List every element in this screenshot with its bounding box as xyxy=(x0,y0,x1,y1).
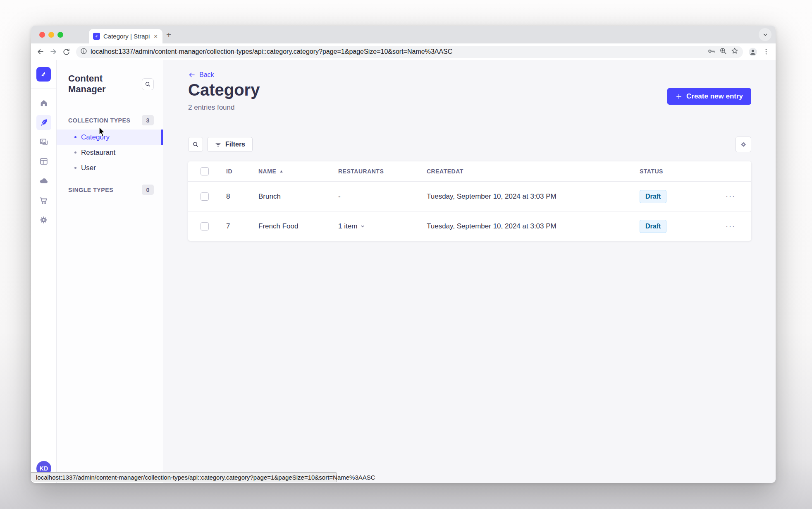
back-arrow-icon[interactable] xyxy=(36,47,45,56)
toolbar-right-cluster xyxy=(748,47,771,56)
browser-toolbar: localhost:1337/admin/content-manager/col… xyxy=(31,43,776,60)
new-tab-button[interactable]: + xyxy=(166,30,171,39)
browser-tab[interactable]: Category | Strapi × xyxy=(89,29,162,43)
cell-name: French Food xyxy=(258,222,338,230)
forward-arrow-icon[interactable] xyxy=(49,47,58,56)
create-new-entry-button[interactable]: Create new entry xyxy=(667,88,751,105)
filter-icon xyxy=(215,141,222,148)
close-window-button[interactable] xyxy=(39,32,45,38)
settings-gear-icon[interactable] xyxy=(36,212,51,227)
cell-id: 8 xyxy=(218,192,258,201)
entries-table: ID NAME RESTAURANTS CREATEDAT STATUS 8 xyxy=(188,161,751,241)
search-icon xyxy=(145,81,151,87)
cell-restaurants[interactable]: 1 item xyxy=(338,222,427,230)
row-actions-button[interactable]: ··· xyxy=(710,192,751,201)
status-badge: Draft xyxy=(640,220,666,233)
row-checkbox[interactable] xyxy=(201,222,209,230)
desktop: Category | Strapi × + local xyxy=(0,0,812,509)
password-key-icon[interactable] xyxy=(707,47,716,57)
profile-avatar-icon[interactable] xyxy=(748,47,757,56)
cell-createdat: Tuesday, September 10, 2024 at 3:03 PM xyxy=(427,222,640,230)
column-header-status[interactable]: STATUS xyxy=(640,168,710,175)
zoom-window-button[interactable] xyxy=(57,32,63,38)
divider xyxy=(68,104,81,104)
subnav-item-category[interactable]: Category xyxy=(57,130,163,145)
cell-createdat: Tuesday, September 10, 2024 at 3:03 PM xyxy=(427,192,640,201)
column-header-restaurants[interactable]: RESTAURANTS xyxy=(338,168,427,175)
strapi-app: KD Content Manager COLLECTION TYPES 3 xyxy=(31,60,776,483)
main-content: Back Category 2 entries found Create new… xyxy=(163,60,776,483)
column-header-name[interactable]: NAME xyxy=(258,168,338,175)
tab-title: Category | Strapi xyxy=(103,33,150,40)
browser-window: Category | Strapi × + local xyxy=(31,26,776,483)
column-header-createdat[interactable]: CREATEDAT xyxy=(427,168,640,175)
bullet-icon xyxy=(74,151,76,154)
status-badge: Draft xyxy=(640,190,666,203)
kebab-menu-icon[interactable] xyxy=(762,47,771,56)
home-icon[interactable] xyxy=(36,96,51,110)
row-actions-button[interactable]: ··· xyxy=(710,222,751,230)
status-bar-url: localhost:1337/admin/content-manager/col… xyxy=(31,472,337,482)
chevron-down-icon xyxy=(360,224,365,229)
reload-icon[interactable] xyxy=(62,47,71,56)
table-row[interactable]: 7 French Food 1 item Tuesday, September … xyxy=(188,211,751,241)
cell-name: Brunch xyxy=(258,192,338,201)
media-library-icon[interactable] xyxy=(36,134,51,149)
zoom-in-icon[interactable] xyxy=(719,47,727,57)
url-text[interactable]: localhost:1337/admin/content-manager/col… xyxy=(91,48,704,55)
minimize-window-button[interactable] xyxy=(48,32,54,38)
logo-container xyxy=(31,60,56,89)
strapi-logo-icon[interactable] xyxy=(36,67,51,82)
marketplace-cart-icon[interactable] xyxy=(36,193,51,208)
entries-count: 2 entries found xyxy=(188,103,234,112)
url-bar[interactable]: localhost:1337/admin/content-manager/col… xyxy=(76,46,743,58)
subnav-search-button[interactable] xyxy=(142,78,154,90)
table-row[interactable]: 8 Brunch - Tuesday, September 10, 2024 a… xyxy=(188,181,751,211)
single-types-section-header: SINGLE TYPES 0 xyxy=(57,181,163,199)
subnav-item-restaurant[interactable]: Restaurant xyxy=(57,145,163,160)
filters-button[interactable]: Filters xyxy=(207,137,253,152)
single-types-label: SINGLE TYPES xyxy=(68,187,113,193)
content-manager-feather-icon[interactable] xyxy=(36,115,51,130)
subnav-item-label: Category xyxy=(81,133,110,142)
plus-icon xyxy=(676,93,682,100)
sort-ascending-icon xyxy=(279,169,284,174)
bookmark-star-icon[interactable] xyxy=(731,47,739,57)
table-search-button[interactable] xyxy=(188,137,203,152)
table-settings-button[interactable] xyxy=(736,137,751,152)
select-all-checkbox[interactable] xyxy=(201,167,209,175)
bullet-icon xyxy=(74,167,76,169)
bullet-icon xyxy=(74,136,76,138)
chevron-down-icon xyxy=(762,32,768,38)
content-type-builder-icon[interactable] xyxy=(36,154,51,169)
cloud-icon[interactable] xyxy=(36,173,51,188)
tab-strip: Category | Strapi × + xyxy=(31,26,776,43)
column-header-id[interactable]: ID xyxy=(218,168,258,175)
subnav-item-label: Restaurant xyxy=(81,149,115,157)
table-header-row: ID NAME RESTAURANTS CREATEDAT STATUS xyxy=(188,161,751,181)
back-arrow-icon xyxy=(188,71,196,79)
icon-sidebar: KD xyxy=(31,60,57,483)
gear-icon xyxy=(740,141,747,148)
cell-restaurants: - xyxy=(338,192,427,201)
single-types-count-badge: 0 xyxy=(142,185,154,195)
tab-search-button[interactable] xyxy=(759,28,771,41)
collection-types-count-badge: 3 xyxy=(142,115,154,125)
page-title: Category xyxy=(188,81,260,99)
table-actions-row: Filters xyxy=(188,137,751,152)
row-checkbox[interactable] xyxy=(201,192,209,201)
cell-id: 7 xyxy=(218,222,258,230)
back-link[interactable]: Back xyxy=(188,71,214,79)
subnav-item-user[interactable]: User xyxy=(57,160,163,175)
search-icon xyxy=(192,141,199,148)
site-info-icon[interactable] xyxy=(80,48,87,56)
subnav-item-label: User xyxy=(81,164,96,172)
collection-types-label: COLLECTION TYPES xyxy=(68,117,130,124)
subnav-title: Content Manager xyxy=(68,73,142,95)
collection-types-section-header: COLLECTION TYPES 3 xyxy=(57,112,163,130)
close-tab-icon[interactable]: × xyxy=(153,33,158,40)
traffic-lights xyxy=(39,32,63,38)
strapi-favicon-icon xyxy=(93,33,100,40)
content-manager-subnav: Content Manager COLLECTION TYPES 3 Categ… xyxy=(57,60,163,483)
